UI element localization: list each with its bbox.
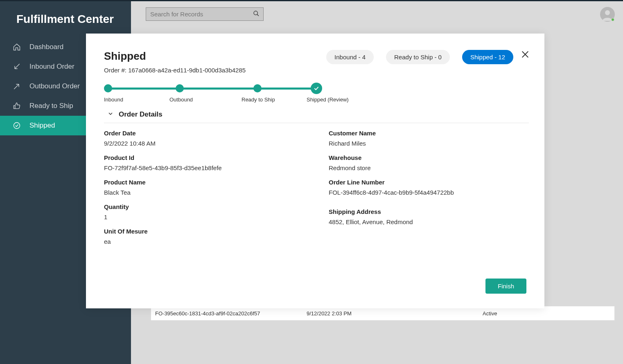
section-title: Order Details: [119, 110, 163, 119]
sidebar-item-label: Shipped: [29, 121, 55, 130]
field-value: 9/2/2022 10:48 AM: [104, 140, 304, 147]
pill-inbound[interactable]: Inbound - 4: [326, 50, 374, 64]
progress-stepper: Inbound Outbound Ready to Ship Shipped (…: [104, 84, 350, 105]
chevron-down-icon: [107, 110, 114, 119]
svg-point-3: [605, 10, 610, 15]
sidebar-item-label: Outbound Order: [29, 82, 80, 90]
step-shipped: [311, 83, 322, 94]
search-icon: [253, 10, 260, 18]
field-value: Richard Miles: [329, 140, 529, 147]
step-inbound: [104, 84, 112, 92]
field-value: ea: [104, 238, 304, 245]
thumbs-up-icon: [12, 101, 21, 110]
home-icon: [12, 43, 21, 52]
sidebar-item-label: Ready to Ship: [29, 102, 73, 110]
field-value: FOL-394ff6c8-4d97-4cac-b9b9-5f4a494722bb: [329, 189, 529, 196]
field-value: FO-72f9f7af-58e5-43b9-85f3-d35ee1b8fefe: [104, 164, 304, 171]
pill-ready-to-ship[interactable]: Ready to Ship - 0: [386, 50, 450, 64]
search-input[interactable]: [146, 7, 264, 21]
field-label: Warehouse: [329, 154, 529, 161]
app-title: Fulfillment Center: [0, 1, 131, 37]
row-status: Active: [483, 310, 497, 317]
field-label: Unit Of Mesure: [104, 228, 304, 235]
check-circle-icon: [12, 121, 21, 130]
step-outbound: [176, 84, 184, 92]
sidebar-item-label: Inbound Order: [29, 63, 74, 71]
field-label: Shipping Address: [329, 208, 529, 215]
field-label: Order Line Number: [329, 179, 529, 186]
order-detail-modal: Shipped Order #: 167a0668-a42a-ed11-9db1…: [86, 34, 544, 308]
presence-dot: [611, 18, 614, 21]
field-value: Redmond store: [329, 164, 529, 171]
avatar[interactable]: [600, 7, 615, 22]
section-header[interactable]: Order Details: [104, 109, 529, 123]
order-number: Order #: 167a0668-a42a-ed11-9db1-000d3a3…: [104, 67, 529, 74]
pill-shipped[interactable]: Shipped - 12: [462, 50, 513, 64]
sidebar-item-label: Dashboard: [29, 43, 63, 51]
field-value: Black Tea: [104, 189, 304, 196]
field-label: Quantity: [104, 203, 304, 210]
field-label: Product Name: [104, 179, 304, 186]
svg-point-1: [254, 11, 257, 15]
row-id: FO-395ec60c-1831-4cd3-af9f-02ca202c6f57: [151, 310, 307, 317]
arrow-in-icon: [12, 62, 21, 71]
finish-button[interactable]: Finish: [485, 279, 526, 294]
field-label: Product Id: [104, 154, 304, 161]
field-label: Order Date: [104, 130, 304, 137]
field-label: Customer Name: [329, 130, 529, 137]
arrow-out-icon: [12, 82, 21, 91]
field-value: 4852, Elliot, Avenue, Redmond: [329, 218, 529, 225]
step-ready-to-ship: [253, 84, 262, 92]
svg-point-0: [14, 123, 20, 129]
field-value: 1: [104, 213, 304, 220]
row-date: 9/12/2022 2:03 PM: [307, 310, 483, 317]
